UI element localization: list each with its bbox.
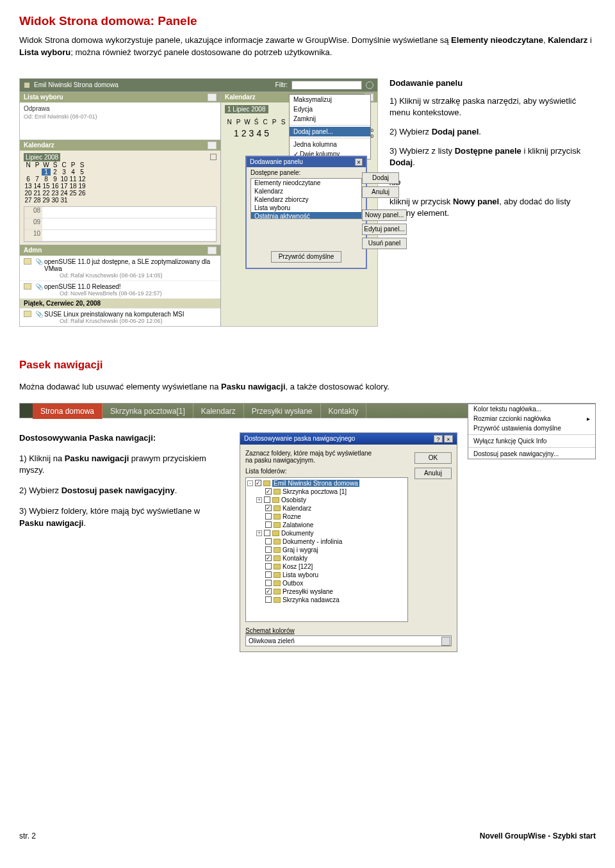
tree-node[interactable]: +Dokumenty [247,529,406,537]
tree-node[interactable]: -✓Emil Niwinski Strona domowa [247,479,406,487]
menu-close[interactable]: Zamknij [290,114,370,124]
nav-tab[interactable]: Przesyłki wysłane [244,404,321,419]
checkbox[interactable] [265,563,272,569]
checkbox[interactable] [265,596,272,603]
page-number: str. 2 [19,831,36,840]
date-heading: Piątek, Czerwiec 20, 2008 [20,299,220,308]
tree-node[interactable]: Graj i wygraj [247,546,406,554]
mail-icon [24,258,31,265]
picklist-from: Od: Emil Niwinski (08-07-01) [24,113,217,120]
nav-tab[interactable]: Kalendarz [193,404,244,419]
instr-step3: 3) Wybierz z listy Dostępne panele i kli… [390,145,594,168]
checkbox[interactable]: ✓ [265,505,272,511]
panel-header-admin: Admn [24,247,42,254]
instr2-step1: 1) Kliknij na Pasku nawigacji prawym prz… [19,453,224,476]
menu-restore-defaults[interactable]: Przywróć ustawienia domyślne [468,423,595,433]
tree-node[interactable]: ✓Kontakty [247,554,406,562]
checkbox[interactable] [265,513,272,520]
edit-panel-button[interactable]: Edytuj panel... [362,224,407,235]
menu-header-font-size[interactable]: Rozmiar czcionki nagłówka▸ [468,414,595,423]
list-item[interactable]: 📎SUSE Linux preinstalowany na komputerac… [20,308,220,326]
search-icon[interactable] [366,81,373,89]
checkbox[interactable] [265,580,272,586]
available-panels-label: Dostępne panele: [247,167,366,178]
list-item[interactable]: 📎openSUSE 11.0 Released!Od: Novell NewsB… [20,281,220,299]
cal-month: Lipiec 2008 [24,153,60,161]
checkbox[interactable] [265,571,272,578]
nav-context-menu: Kolor tekstu nagłówka... Rozmiar czcionk… [468,404,596,459]
color-scheme-select[interactable]: Oliwkowa zieleń [245,635,452,646]
intro: Widok Strona domowa wykorzystuje panele,… [19,35,596,59]
checkbox[interactable] [265,538,272,545]
checkbox[interactable] [264,496,270,503]
close-icon[interactable]: × [355,158,363,166]
tree-node[interactable]: Zalatwione [247,521,406,529]
folder-icon [274,580,281,586]
delete-panel-button[interactable]: Usuń panel [362,238,407,249]
checkbox[interactable] [265,521,272,528]
chevron-down-icon[interactable] [208,94,217,101]
help-icon[interactable]: ? [434,435,443,443]
close-icon[interactable]: × [444,435,453,443]
list-item[interactable]: 📎openSUSE 11.0 już dostępne, a SLE zopty… [20,256,220,281]
window-title: Emil Niwinski Strona domowa [34,81,119,88]
instr2-step2: 2) Wybierz Dostosuj pasek nawigacyjny. [19,485,224,496]
nav-tab[interactable]: Strona domowa [33,404,102,419]
instr2-heading: Dostosowywania Paska nawigacji: [19,432,224,444]
tree-node[interactable]: Kosz [122] [247,562,406,571]
checkbox[interactable]: ✓ [265,588,272,594]
tree-node[interactable]: Outbox [247,579,406,587]
panel-header-cal: Kalendarz [24,142,54,149]
add-button[interactable]: Dodaj [362,172,399,184]
panel-header-cal-r: Kalendarz [225,94,256,101]
instr-or: lub [390,177,594,188]
chevron-down-icon[interactable] [441,637,450,646]
available-panels-list[interactable]: Elementy nieodczytaneKalendarzKalendarz … [250,178,362,219]
nav-tab[interactable]: Skrzynka pocztowa[1] [102,404,193,419]
picklist-item[interactable]: Odprawa [24,104,217,113]
tree-node[interactable]: ✓Przesyłki wysłane [247,587,406,596]
nav-bar-screenshot: Strona domowaSkrzynka pocztowa[1]Kalenda… [19,403,596,418]
checkbox[interactable]: ✓ [265,488,272,495]
ok-button[interactable]: OK [414,452,452,464]
tree-node[interactable]: Rozne [247,512,406,521]
add-panel-dialog: Dodawanie panelu× Dostępne panele: Eleme… [245,156,367,269]
cancel-button[interactable]: Anuluj [414,468,452,479]
tree-node[interactable]: Lista wyboru [247,571,406,579]
nav-heading: Pasek nawigacji [19,359,596,372]
menu-add-panel[interactable]: Dodaj panel... [290,127,370,136]
tree-node[interactable]: ✓Kalendarz [247,504,406,512]
folder-icon [274,514,281,520]
instr-step1: 1) Kliknij w strzałkę paska narzędzi, ab… [390,95,594,119]
menu-customize-navbar[interactable]: Dostosuj pasek nawigacyjny... [468,449,595,459]
tree-node[interactable]: Skrzynka nadawcza [247,596,406,604]
folder-icon [272,497,279,503]
tree-node[interactable]: Dokumenty - infolinia [247,537,406,546]
folder-icon [274,522,281,528]
folder-icon [274,505,281,511]
intro-bold: Elementy nieodczytane [451,35,543,45]
folder-tree[interactable]: -✓Emil Niwinski Strona domowa✓Skrzynka p… [245,477,408,622]
checkbox[interactable]: ✓ [265,555,272,561]
chevron-down-icon[interactable] [208,247,217,254]
color-scheme-label: Schemat kolorów [245,627,452,634]
restore-default-button[interactable]: Przywróć domyślne [271,251,341,263]
menu-header-text-color[interactable]: Kolor tekstu nagłówka... [468,404,595,414]
checkbox[interactable] [264,530,270,536]
menu-maximize[interactable]: Maksymalizuj [290,95,370,104]
intro-text: Widok Strona domowa wykorzystuje panele,… [19,35,451,45]
tree-node[interactable]: +Osobisty [247,496,406,504]
chevron-down-icon[interactable] [208,142,217,149]
instr-heading: Dodawanie panelu [390,78,594,88]
new-panel-button[interactable]: Nowy panel... [362,209,407,221]
menu-edit[interactable]: Edycja [290,104,370,114]
checkbox[interactable] [265,546,272,553]
menu-disable-quickinfo[interactable]: Wyłącz funkcję Quick Info [468,436,595,446]
filter-input[interactable] [291,81,362,90]
cancel-button[interactable]: Anuluj [362,186,399,198]
folder-icon [274,547,281,553]
checkbox[interactable]: ✓ [255,480,261,486]
tree-node[interactable]: ✓Skrzynka pocztowa [1] [247,487,406,496]
nav-tab[interactable]: Kontakty [321,404,367,419]
menu-one-column[interactable]: Jedna kolumna [290,140,370,149]
